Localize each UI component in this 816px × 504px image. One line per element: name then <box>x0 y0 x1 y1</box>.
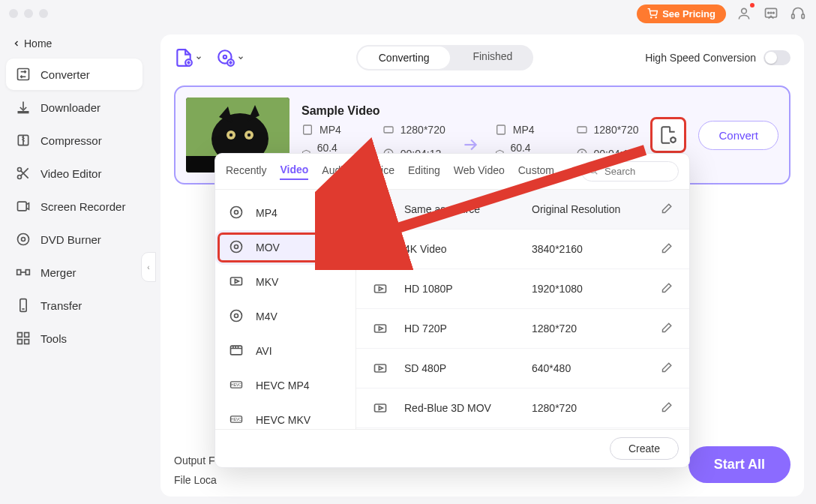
popover-tab-device[interactable]: Device <box>362 164 394 179</box>
format-item-hevc-mkv[interactable]: HEVC HEVC MKV <box>215 403 356 429</box>
svg-marker-63 <box>379 287 382 291</box>
notification-dot-icon <box>750 3 754 8</box>
svg-point-47 <box>231 242 242 253</box>
resolution-list[interactable]: Same as source Original Resolution 4K Vi… <box>356 190 689 429</box>
sidebar-item-label: Transfer <box>40 299 82 312</box>
resolution-row[interactable]: SD 480P 640*480 <box>356 349 689 388</box>
format-item-mov[interactable]: MOV <box>215 230 356 265</box>
svg-point-1 <box>656 17 656 18</box>
tab-finished-label: Finished <box>472 50 512 62</box>
tab-label: Video <box>280 164 308 176</box>
window-controls <box>9 9 48 18</box>
sidebar-item-label: Converter <box>40 68 90 81</box>
sidebar-item-video-editor[interactable]: Video Editor <box>6 158 142 189</box>
svg-point-51 <box>231 310 242 322</box>
svg-marker-50 <box>235 280 238 284</box>
sidebar-item-converter[interactable]: Converter <box>6 58 142 90</box>
resolution-row-same-as-source[interactable]: Same as source Original Resolution <box>356 190 689 230</box>
support-icon[interactable] <box>789 4 807 22</box>
svg-point-2 <box>742 8 747 14</box>
format-item-m4v[interactable]: M4V <box>215 299 356 334</box>
resolution-row[interactable]: HD 720P 1280*720 <box>356 309 689 349</box>
svg-rect-40 <box>496 125 505 134</box>
edit-icon[interactable] <box>659 322 673 335</box>
edit-icon[interactable] <box>659 282 673 296</box>
start-all-button[interactable]: Start All <box>688 446 790 483</box>
format-label: HEVC MKV <box>256 414 310 426</box>
sidebar-item-tools[interactable]: Tools <box>6 322 142 354</box>
popover-tab-editing[interactable]: Editing <box>408 164 440 179</box>
popover-search <box>581 161 679 182</box>
high-speed-switch[interactable] <box>764 50 790 65</box>
popover-tab-recently[interactable]: Recently <box>226 164 266 179</box>
format-label: MOV <box>256 242 280 254</box>
popover-tab-web-video[interactable]: Web Video <box>454 164 505 179</box>
popover-tabs: Recently Video Audio Device Editing Web … <box>215 154 689 190</box>
video-icon <box>373 281 389 296</box>
svg-point-15 <box>18 234 29 245</box>
add-file-button[interactable] <box>174 48 202 68</box>
resolution-row[interactable]: 4K Video 3840*2160 <box>356 230 689 269</box>
status-toggle: Converting Finished <box>356 45 534 70</box>
svg-marker-67 <box>379 367 382 370</box>
dvd-burner-icon <box>15 231 32 248</box>
format-item-avi[interactable]: AVI <box>215 334 356 368</box>
chevron-down-icon <box>237 54 244 62</box>
tab-label: Device <box>362 164 394 176</box>
sidebar-item-label: Screen Recorder <box>40 200 125 213</box>
resolution-value: 1280*720 <box>532 402 644 414</box>
sidebar-item-dvd-burner[interactable]: DVD Burner <box>6 224 142 255</box>
svg-rect-21 <box>25 333 29 338</box>
popover-tab-custom[interactable]: Custom <box>518 164 554 179</box>
account-icon[interactable] <box>735 4 753 22</box>
edit-icon[interactable] <box>659 362 673 375</box>
resolution-row[interactable]: Red-Blue 3D MOV 1280*720 <box>356 388 689 428</box>
svg-point-44 <box>590 166 596 172</box>
format-item-mp4[interactable]: MP4 <box>215 196 356 230</box>
svg-rect-22 <box>18 340 22 344</box>
file-icon <box>302 124 314 136</box>
convert-button[interactable]: Convert <box>698 121 778 150</box>
edit-icon[interactable] <box>659 242 673 256</box>
sidebar-item-screen-recorder[interactable]: Screen Recorder <box>6 190 142 222</box>
see-pricing-button[interactable]: See Pricing <box>637 4 726 23</box>
edit-icon[interactable] <box>659 202 673 216</box>
svg-rect-66 <box>375 364 386 372</box>
high-speed-row: High Speed Conversion <box>645 50 790 65</box>
tab-finished[interactable]: Finished <box>452 45 533 70</box>
format-item-mkv[interactable]: MKV <box>215 265 356 299</box>
feedback-icon[interactable] <box>762 4 780 22</box>
add-disc-button[interactable] <box>216 48 244 68</box>
svg-point-52 <box>235 314 238 318</box>
format-icon <box>229 239 245 256</box>
tab-label: Web Video <box>454 164 505 176</box>
chevron-down-icon <box>195 54 202 62</box>
file-title: Sample Video <box>302 104 638 118</box>
convert-label: Convert <box>718 129 758 142</box>
svg-rect-10 <box>18 112 28 113</box>
popover-tab-video[interactable]: Video <box>280 164 308 180</box>
sidebar-item-label: Downloader <box>40 101 100 114</box>
sidebar-item-compressor[interactable]: Compressor <box>6 124 142 156</box>
resolution-value: 640*480 <box>532 362 644 374</box>
close-window-icon[interactable] <box>9 9 18 18</box>
search-icon <box>588 165 598 176</box>
create-button[interactable]: Create <box>610 437 679 460</box>
minimize-window-icon[interactable] <box>24 9 33 18</box>
back-home-button[interactable]: Home <box>6 33 142 54</box>
format-list[interactable]: MP4 MOV MKV M4V AVI HEVC HEVC MP4 <box>215 190 356 429</box>
sidebar-item-merger[interactable]: Merger <box>6 256 142 288</box>
video-icon <box>373 400 389 416</box>
sidebar-item-downloader[interactable]: Downloader <box>6 92 142 123</box>
sidebar-item-transfer[interactable]: Transfer <box>6 290 142 321</box>
output-settings-button[interactable] <box>650 117 686 153</box>
format-item-hevc-mp4[interactable]: HEVC HEVC MP4 <box>215 368 356 403</box>
src-format: MP4 <box>320 124 341 136</box>
edit-icon[interactable] <box>659 401 673 415</box>
svg-marker-65 <box>379 327 382 331</box>
resolution-row[interactable]: HD 1080P 1920*1080 <box>356 269 689 309</box>
sidebar-item-label: Video Editor <box>40 167 101 180</box>
popover-tab-audio[interactable]: Audio <box>322 164 349 179</box>
maximize-window-icon[interactable] <box>39 9 48 18</box>
tab-converting[interactable]: Converting <box>358 46 451 69</box>
